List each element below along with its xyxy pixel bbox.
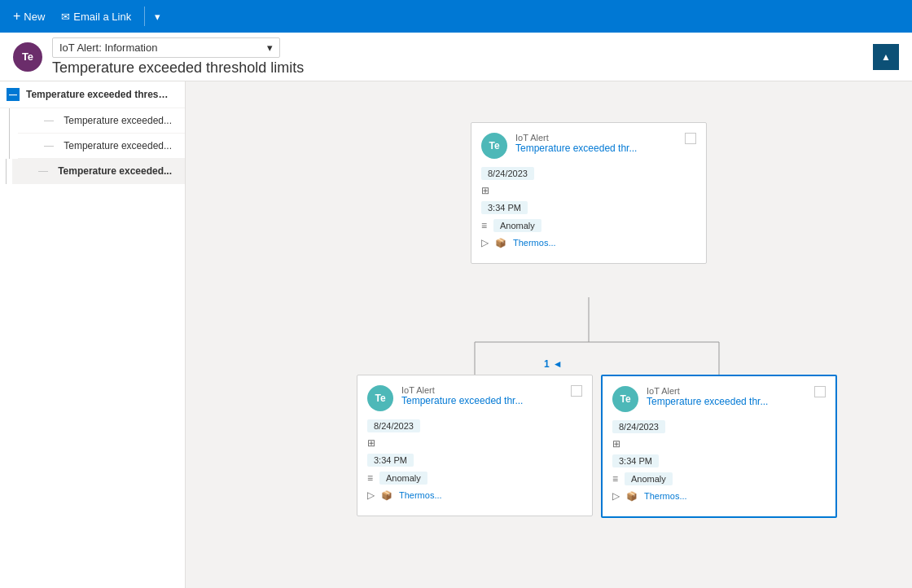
package-icon: 📦 xyxy=(381,490,392,501)
forward-icon: ▷ xyxy=(612,490,620,502)
forward-icon: ▷ xyxy=(367,489,375,501)
card-avatar: Te xyxy=(481,133,507,159)
header: Te IoT Alert: Information ▾ Temperature … xyxy=(0,33,912,81)
card-link-row: ▷ 📦 Thermos... xyxy=(367,489,582,501)
toolbar-divider xyxy=(144,7,145,26)
card-title[interactable]: Temperature exceeded thr... xyxy=(647,396,768,407)
card-info: IoT Alert Temperature exceeded thr... xyxy=(401,385,523,406)
collapse-button[interactable]: ▲ xyxy=(873,44,899,70)
list-icon: ≡ xyxy=(367,472,373,484)
card-header: Te IoT Alert Temperature exceeded thr... xyxy=(612,386,826,412)
sidebar: — Temperature exceeded thresh... Tempera… xyxy=(0,81,186,588)
card-checkbox[interactable] xyxy=(685,133,696,144)
card-date-row: 8/24/2023 xyxy=(367,419,582,432)
header-info: IoT Alert: Information ▾ Temperature exc… xyxy=(52,37,863,77)
card-time: 3:34 PM xyxy=(367,454,414,467)
card-copy-row: ⊞ xyxy=(612,438,826,450)
card-time-row: 3:34 PM xyxy=(481,201,696,214)
sidebar-tree-line-2: Temperature exceeded... xyxy=(0,134,185,159)
toolbar: + New ✉ Email a Link ▾ xyxy=(0,0,912,33)
card-time: 3:34 PM xyxy=(481,201,528,214)
card-title[interactable]: Temperature exceeded thr... xyxy=(401,395,523,406)
plus-icon: + xyxy=(13,9,20,24)
card-anomaly-row: ≡ Anomaly xyxy=(367,472,582,485)
card-link-row: ▷ 📦 Thermos... xyxy=(481,237,696,248)
sidebar-label-1: Temperature exceeded... xyxy=(64,115,172,126)
card-checkbox[interactable] xyxy=(571,385,582,397)
card-link-row: ▷ 📦 Thermos... xyxy=(612,490,826,502)
list-icon: ≡ xyxy=(612,473,618,485)
tree-dash-3 xyxy=(38,171,48,172)
card-avatar: Te xyxy=(367,385,393,411)
prev-page-button[interactable]: ◄ xyxy=(553,358,563,370)
page-title: Temperature exceeded threshold limits xyxy=(52,59,863,77)
card-category: Anomaly xyxy=(625,472,673,485)
card-anomaly-row: ≡ Anomaly xyxy=(612,472,826,485)
avatar-initials: Te xyxy=(375,393,385,404)
bottom-left-card[interactable]: Te IoT Alert Temperature exceeded thr...… xyxy=(357,375,593,516)
collapse-icon-0: — xyxy=(7,88,20,101)
card-time: 3:34 PM xyxy=(612,454,659,467)
card-date: 8/24/2023 xyxy=(481,167,534,180)
sidebar-item-0[interactable]: — Temperature exceeded thresh... xyxy=(0,81,185,108)
forward-icon: ▷ xyxy=(481,237,489,248)
avatar-initials: Te xyxy=(22,50,33,63)
email-label: Email a Link xyxy=(73,11,131,23)
sidebar-tree-line-3: Temperature exceeded... xyxy=(0,159,185,184)
card-category: Anomaly xyxy=(379,472,428,485)
sidebar-label-0: Temperature exceeded thresh... xyxy=(26,89,172,100)
thermos-link[interactable]: Thermos... xyxy=(399,490,442,500)
thermos-link[interactable]: Thermos... xyxy=(644,491,687,501)
card-category: Anomaly xyxy=(493,219,542,232)
sidebar-item-1[interactable]: Temperature exceeded... xyxy=(18,108,185,134)
bottom-right-card[interactable]: Te IoT Alert Temperature exceeded thr...… xyxy=(601,375,837,518)
card-header: Te IoT Alert Temperature exceeded thr... xyxy=(481,133,696,159)
card-title[interactable]: Temperature exceeded thr... xyxy=(515,143,637,154)
sidebar-tree-line-1: Temperature exceeded... xyxy=(0,108,185,134)
page-number: 1 xyxy=(544,358,550,370)
pagination: 1 ◄ xyxy=(544,358,563,370)
main-area: — Temperature exceeded thresh... Tempera… xyxy=(0,81,912,588)
copy-icon: ⊞ xyxy=(367,437,375,449)
copy-icon: ⊞ xyxy=(481,185,489,196)
toolbar-dropdown-button[interactable]: ▾ xyxy=(151,7,164,26)
card-date: 8/24/2023 xyxy=(367,419,420,432)
tree-dash-2 xyxy=(44,146,54,147)
card-time-row: 3:34 PM xyxy=(612,454,826,467)
card-checkbox[interactable] xyxy=(814,386,826,397)
new-label: New xyxy=(24,11,45,23)
avatar-initials: Te xyxy=(620,393,630,405)
card-header: Te IoT Alert Temperature exceeded thr... xyxy=(367,385,582,411)
sidebar-item-2[interactable]: Temperature exceeded... xyxy=(18,134,185,159)
card-date: 8/24/2023 xyxy=(612,420,665,433)
sidebar-label-2: Temperature exceeded... xyxy=(64,140,172,151)
card-avatar: Te xyxy=(612,386,638,412)
card-anomaly-row: ≡ Anomaly xyxy=(481,219,696,232)
new-button[interactable]: + New xyxy=(7,6,51,27)
header-type-dropdown[interactable]: IoT Alert: Information ▾ xyxy=(52,37,280,58)
avatar: Te xyxy=(13,42,42,72)
sidebar-item-3[interactable]: Temperature exceeded... xyxy=(12,159,185,184)
card-date-row: 8/24/2023 xyxy=(481,167,696,180)
card-date-row: 8/24/2023 xyxy=(612,420,826,433)
chevron-down-icon: ▾ xyxy=(155,11,160,23)
package-icon: 📦 xyxy=(495,238,506,248)
package-icon: 📦 xyxy=(626,491,638,502)
sidebar-label-3: Temperature exceeded... xyxy=(58,165,172,177)
thermos-link[interactable]: Thermos... xyxy=(513,238,556,248)
top-card[interactable]: Te IoT Alert Temperature exceeded thr...… xyxy=(471,122,707,264)
dropdown-chevron-icon: ▾ xyxy=(267,42,273,54)
card-copy-row: ⊞ xyxy=(481,185,696,196)
canvas: Te IoT Alert Temperature exceeded thr...… xyxy=(186,81,912,588)
tree-dash-1 xyxy=(44,121,54,121)
email-link-button[interactable]: ✉ Email a Link xyxy=(55,7,138,26)
card-type: IoT Alert xyxy=(647,386,768,396)
card-type: IoT Alert xyxy=(401,385,523,395)
dropdown-value: IoT Alert: Information xyxy=(59,42,157,54)
card-info: IoT Alert Temperature exceeded thr... xyxy=(647,386,768,407)
collapse-icon: ▲ xyxy=(881,51,891,63)
avatar-initials: Te xyxy=(489,140,499,151)
card-time-row: 3:34 PM xyxy=(367,454,582,467)
card-copy-row: ⊞ xyxy=(367,437,582,449)
copy-icon: ⊞ xyxy=(612,438,620,450)
